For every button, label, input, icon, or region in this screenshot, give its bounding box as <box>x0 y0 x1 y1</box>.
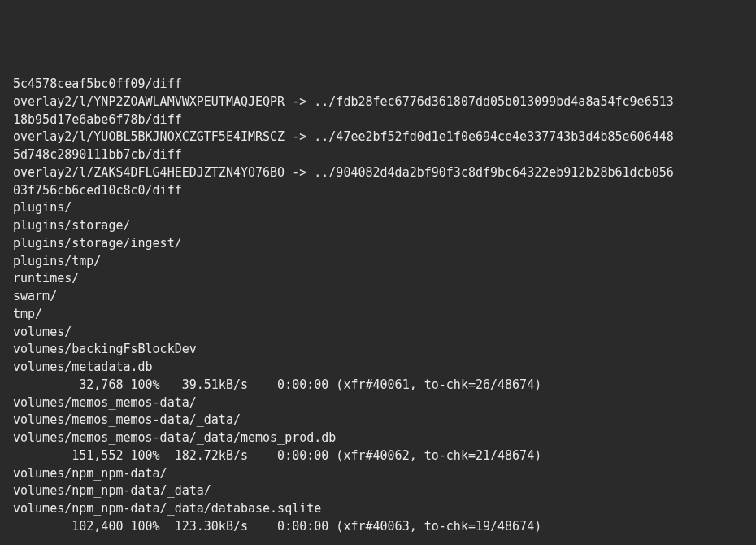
terminal-line: plugins/storage/ <box>13 217 743 235</box>
terminal-line: volumes/memos_memos-data/_data/ <box>13 412 743 429</box>
terminal-line: plugins/tmp/ <box>13 253 743 271</box>
terminal-line: swarm/ <box>13 288 743 306</box>
terminal-line: volumes/memos_memos-data/_data/memos_pro… <box>13 429 743 447</box>
terminal-line: volumes/metadata.db <box>13 359 743 377</box>
terminal-line: overlay2/l/YUOBL5BKJNOXCZGTF5E4IMRSCZ ->… <box>13 129 743 146</box>
terminal-line: volumes/npm_npm-data/_data/database.sqli… <box>13 500 743 518</box>
terminal-line: volumes/npm_npm-data/ <box>13 465 743 483</box>
terminal-line: 03f756cb6ced10c8c0/diff <box>13 182 743 200</box>
terminal-line: 5d748c2890111bb7cb/diff <box>13 146 743 164</box>
terminal-line: 5c4578ceaf5bc0ff09/diff <box>13 76 743 94</box>
terminal-line: overlay2/l/ZAKS4DFLG4HEEDJZTZN4YO76BO ->… <box>13 164 743 182</box>
terminal-line: 18b95d17e6abe6f78b/diff <box>13 111 743 129</box>
terminal-line: 151,552 100% 182.72kB/s 0:00:00 (xfr#400… <box>13 447 743 465</box>
terminal-line: tmp/ <box>13 306 743 324</box>
terminal-line: 102,400 100% 123.30kB/s 0:00:00 (xfr#400… <box>13 518 743 536</box>
terminal-line: 32,768 100% 39.51kB/s 0:00:00 (xfr#40061… <box>13 377 743 395</box>
terminal-line: plugins/ <box>13 199 743 217</box>
terminal-line: overlay2/l/YNP2ZOAWLAMVWXPEUTMAQJEQPR ->… <box>13 94 743 111</box>
terminal-line: volumes/ <box>13 324 743 342</box>
terminal-line: volumes/backingFsBlockDev <box>13 341 743 359</box>
terminal-line: plugins/storage/ingest/ <box>13 235 743 253</box>
terminal-line: volumes/npm_npm-data/_data/ <box>13 482 743 500</box>
terminal-output: 5c4578ceaf5bc0ff09/diffoverlay2/l/YNP2ZO… <box>13 76 743 536</box>
terminal-line: volumes/memos_memos-data/ <box>13 395 743 412</box>
terminal-line: runtimes/ <box>13 270 743 288</box>
